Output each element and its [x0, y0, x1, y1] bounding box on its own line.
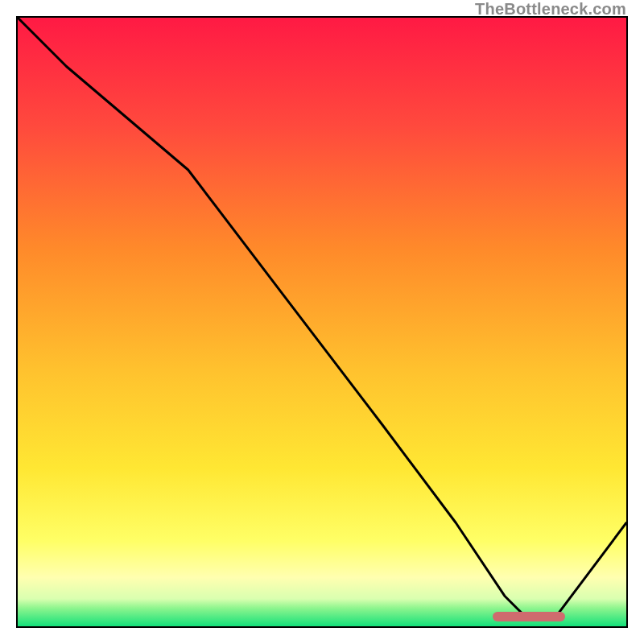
optimal-range-marker: [493, 612, 566, 621]
bottleneck-curve: [18, 18, 626, 626]
chart-container: TheBottleneck.com: [0, 0, 644, 644]
plot-area: [16, 16, 628, 628]
